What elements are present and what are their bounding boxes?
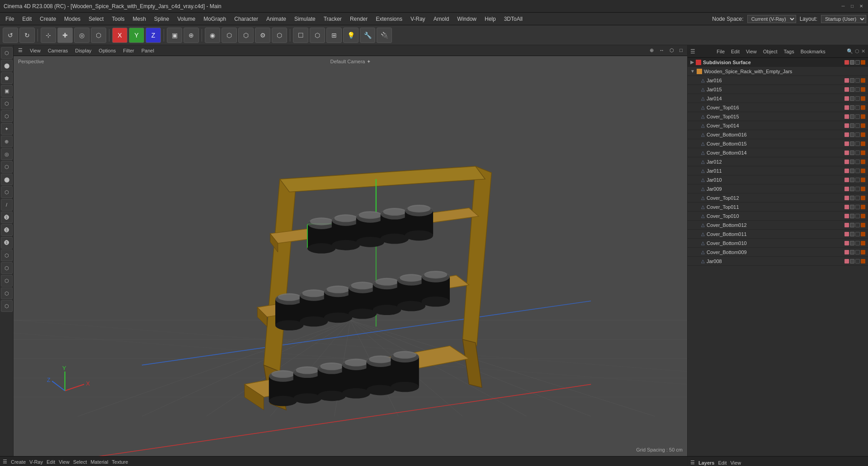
tab-tags[interactable]: Tags [781, 48, 797, 55]
menu-tools[interactable]: Tools [108, 14, 128, 24]
right-panel-search-icon[interactable]: 🔍 [847, 48, 853, 54]
tree-item-jar010[interactable]: △ Jar010 [688, 175, 868, 184]
tree-item-coverbottom011[interactable]: △ Cover_Bottom011 [688, 230, 868, 239]
render-all-button[interactable]: ⬡ [238, 28, 254, 43]
viewport-menu-options[interactable]: Options [97, 47, 118, 54]
tree-item-coverbottom010[interactable]: △ Cover_Bottom010 [688, 239, 868, 248]
mat-view[interactable]: View [59, 459, 70, 465]
viewport-wire-button[interactable]: ⬡ [310, 28, 325, 43]
tree-item-coverbottom009[interactable]: △ Cover_Bottom009 [688, 248, 868, 257]
lt-polygon-mode[interactable]: ▣ [1, 85, 13, 97]
viewport-menu-cameras[interactable]: Cameras [46, 47, 70, 54]
viewport-icon-4[interactable]: □ [678, 47, 684, 54]
menu-extensions[interactable]: Extensions [372, 14, 406, 24]
scale-tool-button[interactable]: ✚ [57, 28, 73, 43]
menu-spline[interactable]: Spline [151, 14, 173, 24]
lt-sculpt[interactable]: ⬡ [1, 249, 13, 261]
tree-item-jar012[interactable]: △ Jar012 [688, 157, 868, 166]
redo-button[interactable]: ↻ [19, 28, 35, 43]
lt-soft-sel[interactable]: 🅢 [1, 224, 13, 236]
tree-item-coverbottom012[interactable]: △ Cover_Bottom012 [688, 221, 868, 230]
move-tool-button[interactable]: ⊹ [41, 28, 56, 43]
lt-uv-mode[interactable]: ⬡ [1, 98, 13, 109]
tree-item-jar014[interactable]: △ Jar014 [688, 94, 868, 103]
plugin-button-1[interactable]: 🔧 [360, 28, 375, 43]
tree-item-covertop014[interactable]: △ Cover_Top014 [688, 121, 868, 130]
layers-edit[interactable]: Edit [718, 460, 726, 466]
transform-button[interactable]: ⬡ [91, 28, 106, 43]
lt-object-mode[interactable]: ⬡ [1, 47, 13, 59]
snap-button[interactable]: ⊕ [184, 28, 199, 43]
lt-select[interactable]: ⬡ [1, 161, 13, 173]
node-space-select[interactable]: Current (V-Ray) [747, 15, 796, 23]
render-region-button[interactable]: ⬡ [222, 28, 237, 43]
viewport-3d[interactable]: Perspective Default Camera ✦ Grid Spacin… [14, 56, 687, 456]
menu-vray[interactable]: V-Ray [407, 14, 429, 24]
tab-bookmarks[interactable]: Bookmarks [798, 48, 828, 55]
mat-material[interactable]: Material [90, 459, 108, 465]
lt-anim[interactable]: ⬡ [1, 287, 13, 299]
lt-layers[interactable]: ⬡ [1, 262, 13, 274]
right-panel-menu-icon[interactable]: ☰ [690, 48, 695, 55]
lt-edge-mode[interactable]: ⬟ [1, 72, 13, 84]
menu-simulate[interactable]: Simulate [291, 14, 319, 24]
obj-points-button[interactable]: ▣ [167, 28, 182, 43]
tab-object[interactable]: Object [760, 48, 780, 55]
menu-mograph[interactable]: MoGraph [200, 14, 230, 24]
y-axis-button[interactable]: Y [129, 28, 144, 43]
plugin-button-2[interactable]: 🔌 [377, 28, 392, 43]
lt-rotate[interactable]: ◎ [1, 148, 13, 160]
menu-volume[interactable]: Volume [174, 14, 199, 24]
menu-create[interactable]: Create [36, 14, 60, 24]
menu-character[interactable]: Character [231, 14, 262, 24]
mat-edit[interactable]: Edit [47, 459, 55, 465]
menu-mesh[interactable]: Mesh [129, 14, 149, 24]
rotate-tool-button[interactable]: ◎ [74, 28, 90, 43]
render-button[interactable]: ◉ [205, 28, 220, 43]
mat-texture[interactable]: Texture [112, 459, 128, 465]
menu-modes[interactable]: Modes [61, 14, 84, 24]
tree-item-coverbottom015[interactable]: △ Cover_Bottom015 [688, 139, 868, 148]
menu-window[interactable]: Window [453, 14, 480, 24]
tree-item-jar009[interactable]: △ Jar009 [688, 184, 868, 193]
close-button[interactable]: ✕ [858, 3, 864, 9]
lt-3d[interactable]: 🅢 [1, 237, 13, 249]
lt-texture-mode[interactable]: ⬡ [1, 110, 13, 122]
mat-create[interactable]: Create [11, 459, 26, 465]
minimize-button[interactable]: ─ [840, 3, 846, 9]
lt-point-mode[interactable]: ⬤ [1, 60, 13, 71]
menu-select[interactable]: Select [85, 14, 107, 24]
menu-help[interactable]: Help [481, 14, 500, 24]
scene-tree-header[interactable]: ▶ Subdivision Surface [688, 58, 868, 67]
menu-edit[interactable]: Edit [19, 14, 35, 24]
menu-arnold[interactable]: Arnold [430, 14, 453, 24]
menu-tracker[interactable]: Tracker [320, 14, 345, 24]
viewport-grid-button[interactable]: ⊞ [326, 28, 342, 43]
lt-magnet[interactable]: 🅢 [1, 212, 13, 223]
viewport-menu-icon[interactable]: ☰ [16, 47, 24, 54]
tree-item-jar016[interactable]: △ Jar016 [688, 76, 868, 85]
layers-view[interactable]: View [730, 460, 741, 466]
z-axis-button[interactable]: Z [146, 28, 161, 43]
viewport-icon-2[interactable]: ↔ [657, 47, 666, 54]
render-settings-button[interactable]: ⚙ [255, 28, 270, 43]
layers-menu-icon[interactable]: ☰ [690, 460, 695, 466]
tree-item-jar011[interactable]: △ Jar011 [688, 166, 868, 175]
menu-3dtoall[interactable]: 3DToAll [500, 14, 526, 24]
viewport-menu-display[interactable]: Display [73, 47, 93, 54]
right-panel-close-icon[interactable]: ✕ [861, 48, 865, 54]
undo-button[interactable]: ↺ [3, 28, 18, 43]
tree-item-covertop010[interactable]: △ Cover_Top010 [688, 212, 868, 221]
lt-simulation[interactable]: ⬡ [1, 300, 13, 312]
lt-keyframe[interactable]: ⬡ [1, 275, 13, 287]
maximize-button[interactable]: □ [849, 3, 855, 9]
menu-file[interactable]: File [2, 14, 18, 24]
viewport-menu-view[interactable]: View [28, 47, 42, 54]
mat-menu-icon[interactable]: ☰ [3, 459, 7, 465]
mat-select[interactable]: Select [73, 459, 87, 465]
viewport-icon-1[interactable]: ⊕ [648, 47, 656, 54]
tree-item-coverbottom016[interactable]: △ Cover_Bottom016 [688, 130, 868, 139]
lt-move[interactable]: ✦ [1, 123, 13, 135]
lt-knife[interactable]: ⬡ [1, 186, 13, 198]
menu-animate[interactable]: Animate [263, 14, 290, 24]
